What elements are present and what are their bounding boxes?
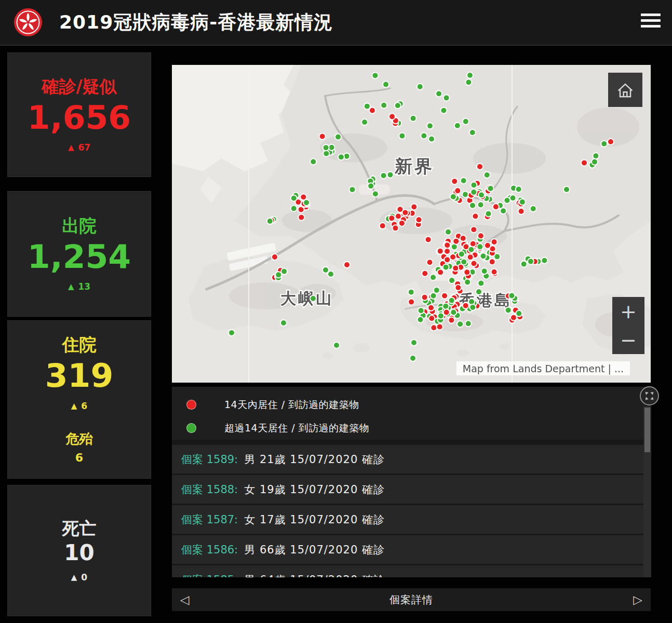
- case-building-marker-old[interactable]: [465, 320, 472, 327]
- case-building-marker-old[interactable]: [519, 199, 526, 205]
- case-building-marker-old[interactable]: [500, 208, 506, 214]
- case-building-marker-old[interactable]: [417, 84, 423, 90]
- case-building-marker-old[interactable]: [445, 229, 451, 235]
- case-building-marker-old[interactable]: [449, 277, 455, 283]
- case-building-marker-old[interactable]: [410, 355, 416, 361]
- map-canvas[interactable]: 新界大嶼山香港島: [172, 65, 651, 383]
- case-building-marker-recent[interactable]: [416, 216, 422, 223]
- case-building-marker-recent[interactable]: [448, 317, 454, 323]
- case-building-marker-recent[interactable]: [380, 223, 386, 229]
- case-building-marker-recent[interactable]: [425, 237, 432, 243]
- case-building-marker-recent[interactable]: [411, 204, 417, 210]
- case-building-marker-recent[interactable]: [428, 305, 434, 311]
- case-building-marker-recent[interactable]: [437, 269, 443, 275]
- case-building-marker-old[interactable]: [461, 259, 467, 265]
- case-building-marker-old[interactable]: [442, 303, 449, 309]
- case-building-marker-recent[interactable]: [452, 265, 459, 271]
- zoom-in-button[interactable]: +: [612, 297, 644, 326]
- case-building-marker-recent[interactable]: [471, 226, 477, 233]
- case-building-marker-old[interactable]: [383, 82, 389, 88]
- case-building-marker-recent[interactable]: [478, 233, 484, 239]
- case-building-marker-old[interactable]: [303, 199, 310, 206]
- case-building-marker-old[interactable]: [478, 202, 484, 208]
- case-building-marker-recent[interactable]: [472, 213, 478, 220]
- map-home-button[interactable]: [608, 73, 642, 107]
- case-building-marker-old[interactable]: [436, 91, 442, 97]
- case-building-marker-recent[interactable]: [344, 262, 350, 268]
- case-building-marker-recent[interactable]: [392, 225, 398, 231]
- case-building-marker-old[interactable]: [592, 159, 598, 165]
- case-building-marker-recent[interactable]: [470, 241, 476, 247]
- case-building-marker-old[interactable]: [505, 307, 512, 314]
- case-building-marker-old[interactable]: [471, 182, 477, 188]
- prev-panel-arrow-icon[interactable]: ◁: [180, 594, 190, 606]
- case-building-marker-old[interactable]: [428, 136, 435, 142]
- case-list-scrollbar[interactable]: [643, 407, 651, 577]
- case-building-marker-old[interactable]: [323, 151, 329, 157]
- case-building-marker-old[interactable]: [381, 172, 387, 179]
- case-building-marker-recent[interactable]: [491, 269, 498, 275]
- case-building-marker-old[interactable]: [601, 141, 607, 147]
- case-building-marker-old[interactable]: [387, 172, 394, 178]
- case-building-marker-recent[interactable]: [454, 187, 461, 194]
- case-building-marker-recent[interactable]: [471, 261, 477, 267]
- case-building-marker-old[interactable]: [541, 258, 547, 264]
- case-row[interactable]: 個案 1588:女 19歲 15/07/2020 確診: [172, 475, 651, 504]
- case-building-marker-recent[interactable]: [444, 248, 450, 254]
- case-building-marker-recent[interactable]: [422, 294, 428, 301]
- case-building-marker-old[interactable]: [310, 159, 316, 165]
- case-building-marker-recent[interactable]: [455, 285, 461, 291]
- case-building-marker-old[interactable]: [478, 192, 485, 198]
- case-building-marker-old[interactable]: [530, 206, 536, 212]
- case-building-marker-old[interactable]: [508, 292, 515, 299]
- case-building-marker-recent[interactable]: [464, 269, 470, 275]
- case-building-marker-old[interactable]: [418, 307, 424, 314]
- case-building-marker-old[interactable]: [516, 186, 522, 192]
- case-building-marker-old[interactable]: [463, 118, 469, 125]
- case-row[interactable]: 個案 1587:女 17歲 15/07/2020 確診: [172, 505, 651, 534]
- case-building-marker-old[interactable]: [291, 206, 297, 212]
- case-building-marker-old[interactable]: [485, 211, 491, 217]
- case-building-marker-old[interactable]: [450, 194, 456, 200]
- case-building-marker-recent[interactable]: [441, 293, 448, 299]
- case-building-marker-old[interactable]: [481, 268, 488, 274]
- case-building-marker-old[interactable]: [477, 243, 483, 250]
- case-building-marker-old[interactable]: [267, 218, 273, 224]
- case-building-marker-old[interactable]: [328, 271, 334, 277]
- case-building-marker-old[interactable]: [335, 134, 341, 140]
- case-building-marker-old[interactable]: [399, 133, 405, 139]
- case-building-marker-old[interactable]: [411, 340, 417, 346]
- scrollbar-thumb[interactable]: [644, 408, 650, 452]
- case-building-marker-old[interactable]: [349, 186, 355, 193]
- case-building-marker-recent[interactable]: [450, 254, 456, 260]
- case-building-marker-recent[interactable]: [369, 107, 375, 114]
- case-building-marker-old[interactable]: [461, 178, 467, 184]
- case-building-marker-recent[interactable]: [485, 242, 491, 249]
- case-building-marker-recent[interactable]: [581, 160, 587, 166]
- case-building-marker-old[interactable]: [465, 79, 472, 85]
- case-building-marker-recent[interactable]: [463, 303, 469, 309]
- case-building-marker-old[interactable]: [338, 154, 344, 160]
- case-building-marker-old[interactable]: [333, 342, 340, 348]
- case-building-marker-old[interactable]: [462, 192, 468, 198]
- case-building-marker-recent[interactable]: [451, 178, 458, 184]
- case-building-marker-recent[interactable]: [298, 214, 304, 221]
- case-building-marker-old[interactable]: [488, 185, 494, 192]
- case-building-marker-old[interactable]: [427, 123, 433, 129]
- case-building-marker-recent[interactable]: [422, 270, 428, 277]
- case-building-marker-old[interactable]: [484, 172, 490, 178]
- map-attribution[interactable]: Map from Lands Department | ...: [456, 361, 630, 375]
- case-building-marker-recent[interactable]: [402, 209, 408, 215]
- case-building-marker-old[interactable]: [310, 295, 316, 302]
- case-building-marker-old[interactable]: [469, 304, 476, 310]
- case-building-marker-recent[interactable]: [460, 235, 466, 241]
- case-building-marker-old[interactable]: [450, 309, 456, 316]
- case-building-marker-recent[interactable]: [518, 208, 525, 214]
- case-building-marker-recent[interactable]: [477, 164, 483, 170]
- case-row[interactable]: 個案 1586:男 66歲 15/07/2020 確診: [172, 535, 651, 564]
- case-building-marker-recent[interactable]: [453, 238, 459, 245]
- case-building-marker-recent[interactable]: [272, 254, 278, 260]
- case-building-marker-old[interactable]: [471, 189, 477, 195]
- case-building-marker-recent[interactable]: [427, 259, 433, 265]
- case-building-marker-old[interactable]: [281, 268, 287, 275]
